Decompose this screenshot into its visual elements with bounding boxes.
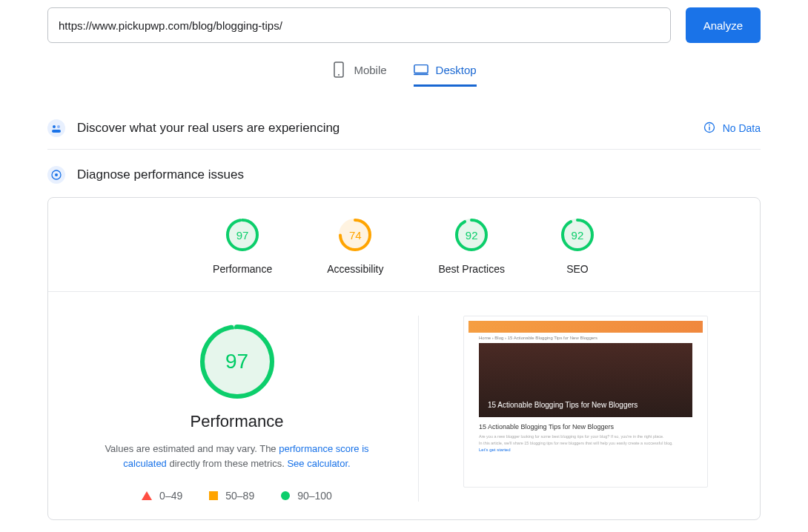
info-icon <box>703 122 715 136</box>
tab-mobile[interactable]: Mobile <box>331 62 386 87</box>
legend-poor-label: 0–49 <box>159 490 182 502</box>
users-icon <box>47 119 65 137</box>
device-tabs: Mobile Desktop <box>47 62 761 87</box>
gauge-label: Best Practices <box>438 263 504 275</box>
performance-left: 97 Performance Values are estimated and … <box>70 316 419 502</box>
screenshot-preview: Home › Blog › 15 Actionable Blogging Tip… <box>434 316 738 502</box>
gauge-ring: 92 <box>560 217 595 253</box>
legend-good-label: 90–100 <box>297 490 332 502</box>
perf-desc-text: Values are estimated and may vary. The <box>105 443 279 454</box>
thumb-body-title: 15 Actionable Blogging Tips for New Blog… <box>479 423 692 430</box>
analyze-button[interactable]: Analyze <box>686 7 761 43</box>
legend-avg-label: 50–89 <box>225 490 254 502</box>
gauge-value: 92 <box>560 217 595 253</box>
thumb-breadcrumb: Home › Blog › 15 Actionable Blogging Tip… <box>468 333 703 343</box>
thumb-hero: 15 Actionable Blogging Tips for New Blog… <box>479 343 692 417</box>
discover-title: Discover what your real users are experi… <box>77 121 692 136</box>
gauge-seo[interactable]: 92 SEO <box>560 217 595 275</box>
svg-point-4 <box>53 125 56 128</box>
desktop-icon <box>414 62 428 77</box>
performance-gauge-value: 97 <box>205 329 270 394</box>
thumb-body: 15 Actionable Blogging Tips for New Blog… <box>468 417 703 458</box>
mobile-icon <box>331 62 346 77</box>
gauge-label: Performance <box>213 263 272 275</box>
discover-section: Discover what your real users are experi… <box>47 107 761 150</box>
gauge-value: 92 <box>454 217 489 253</box>
svg-point-1 <box>338 74 340 76</box>
gauge-ring: 92 <box>454 217 489 253</box>
diagnose-section: Diagnose performance issues <box>47 150 761 194</box>
gauge-value: 97 <box>225 217 260 253</box>
report-card: 97 Performance 74 Accessibility 92 Best … <box>47 197 761 520</box>
perf-desc-text2: directly from these metrics. <box>167 458 288 469</box>
gauge-value: 74 <box>337 217 373 253</box>
gauge-ring: 97 <box>225 217 260 253</box>
performance-title: Performance <box>191 412 284 431</box>
tab-desktop[interactable]: Desktop <box>414 62 477 87</box>
circle-icon <box>281 491 290 500</box>
svg-rect-8 <box>709 126 709 130</box>
thumb-header <box>468 321 703 333</box>
thumb-body-cta: Let's get started <box>479 448 692 452</box>
svg-point-11 <box>55 173 58 176</box>
no-data-link[interactable]: No Data <box>703 122 761 136</box>
svg-rect-2 <box>414 65 427 73</box>
gauge-best-practices[interactable]: 92 Best Practices <box>438 217 504 275</box>
diagnose-title: Diagnose performance issues <box>77 167 761 182</box>
url-bar: Analyze <box>47 7 761 43</box>
performance-detail: 97 Performance Values are estimated and … <box>48 292 760 519</box>
gauge-label: SEO <box>566 263 589 275</box>
url-input[interactable] <box>47 7 671 43</box>
tab-desktop-label: Desktop <box>436 64 477 76</box>
gauge-performance[interactable]: 97 Performance <box>213 217 272 275</box>
svg-rect-6 <box>52 130 61 133</box>
thumb-body-line1: Are you a new blogger looking for some b… <box>479 434 692 439</box>
gauge-row: 97 Performance 74 Accessibility 92 Best … <box>48 198 760 292</box>
diagnose-icon <box>47 166 65 184</box>
gauge-ring: 74 <box>337 217 373 253</box>
performance-description: Values are estimated and may vary. The p… <box>89 442 385 471</box>
legend-poor: 0–49 <box>142 490 182 502</box>
gauge-label: Accessibility <box>327 263 383 275</box>
score-legend: 0–49 50–89 90–100 <box>142 490 332 502</box>
page-thumbnail: Home › Blog › 15 Actionable Blogging Tip… <box>463 316 708 488</box>
legend-good: 90–100 <box>281 490 332 502</box>
tab-mobile-label: Mobile <box>354 64 386 76</box>
legend-average: 50–89 <box>209 490 254 502</box>
square-icon <box>209 491 218 500</box>
svg-rect-3 <box>414 73 428 75</box>
svg-point-5 <box>57 125 60 128</box>
performance-gauge-large: 97 <box>200 325 274 399</box>
no-data-label: No Data <box>723 122 761 134</box>
thumb-body-line2: In this article, we'll share 15 blogging… <box>479 441 692 445</box>
gauge-accessibility[interactable]: 74 Accessibility <box>327 217 383 275</box>
svg-point-9 <box>709 124 710 125</box>
thumb-hero-title: 15 Actionable Blogging Tips for New Blog… <box>488 400 683 410</box>
triangle-icon <box>142 491 152 500</box>
see-calculator-link[interactable]: See calculator. <box>287 458 350 469</box>
